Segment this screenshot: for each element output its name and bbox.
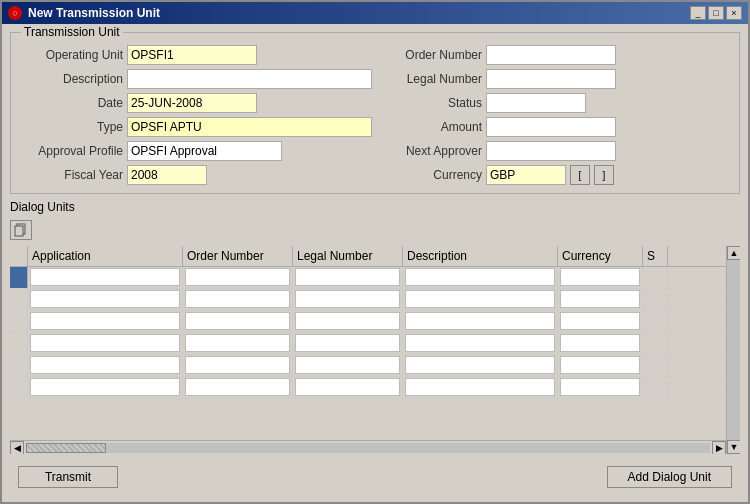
description-input[interactable]: [127, 69, 372, 89]
input-desc-5[interactable]: [405, 356, 555, 374]
input-app-3[interactable]: [30, 312, 180, 330]
minimize-button[interactable]: _: [690, 6, 706, 20]
scroll-thumb[interactable]: [26, 443, 106, 453]
currency-left-bracket-button[interactable]: [: [570, 165, 590, 185]
amount-label: Amount: [392, 120, 482, 134]
input-desc-1[interactable]: [405, 268, 555, 286]
amount-input[interactable]: [486, 117, 616, 137]
cell-s-6: [643, 377, 668, 398]
transmit-button[interactable]: Transmit: [18, 466, 118, 488]
row-selector-2[interactable]: [10, 289, 28, 310]
scroll-vertical-track[interactable]: [727, 260, 740, 440]
window-title: New Transmission Unit: [28, 6, 160, 20]
date-label: Date: [23, 96, 123, 110]
input-desc-6[interactable]: [405, 378, 555, 396]
table-body: [10, 267, 726, 440]
input-curr-6[interactable]: [560, 378, 640, 396]
input-order-1[interactable]: [185, 268, 290, 286]
toolbar-copy-button[interactable]: [10, 220, 32, 240]
operating-unit-input[interactable]: [127, 45, 257, 65]
cell-curr-2: [558, 289, 643, 310]
close-button[interactable]: ×: [726, 6, 742, 20]
input-legal-1[interactable]: [295, 268, 400, 286]
scroll-right-button[interactable]: ▶: [712, 441, 726, 455]
cell-order-4: [183, 333, 293, 354]
currency-label: Currency: [392, 168, 482, 182]
input-legal-2[interactable]: [295, 290, 400, 308]
scroll-down-button[interactable]: ▼: [727, 440, 740, 454]
status-label: Status: [392, 96, 482, 110]
input-app-6[interactable]: [30, 378, 180, 396]
input-app-5[interactable]: [30, 356, 180, 374]
table-row: [10, 289, 726, 311]
maximize-button[interactable]: □: [708, 6, 724, 20]
toolbar-row: [10, 218, 740, 242]
type-input[interactable]: [127, 117, 372, 137]
order-number-input[interactable]: [486, 45, 616, 65]
date-input[interactable]: [127, 93, 257, 113]
input-legal-6[interactable]: [295, 378, 400, 396]
input-order-3[interactable]: [185, 312, 290, 330]
input-curr-3[interactable]: [560, 312, 640, 330]
copy-icon: [14, 223, 28, 237]
cell-order-6: [183, 377, 293, 398]
cell-order-2: [183, 289, 293, 310]
title-bar-controls: _ □ ×: [690, 6, 742, 20]
input-curr-5[interactable]: [560, 356, 640, 374]
legal-number-input[interactable]: [486, 69, 616, 89]
row-selector-6[interactable]: [10, 377, 28, 398]
input-order-5[interactable]: [185, 356, 290, 374]
cell-curr-1: [558, 267, 643, 288]
cell-app-1: [28, 267, 183, 288]
cell-app-3: [28, 311, 183, 332]
row-selector-5[interactable]: [10, 355, 28, 376]
input-desc-3[interactable]: [405, 312, 555, 330]
currency-input[interactable]: [486, 165, 566, 185]
cell-s-2: [643, 289, 668, 310]
main-window: ○ New Transmission Unit _ □ × Transmissi…: [0, 0, 750, 504]
currency-right-bracket-button[interactable]: ]: [594, 165, 614, 185]
table-row: [10, 311, 726, 333]
scroll-track[interactable]: [26, 443, 710, 453]
cell-legal-2: [293, 289, 403, 310]
input-desc-4[interactable]: [405, 334, 555, 352]
input-curr-4[interactable]: [560, 334, 640, 352]
table-main: Application Order Number Legal Number De…: [10, 246, 726, 454]
row-selector-1[interactable]: [10, 267, 28, 288]
input-legal-5[interactable]: [295, 356, 400, 374]
input-desc-2[interactable]: [405, 290, 555, 308]
input-curr-2[interactable]: [560, 290, 640, 308]
dialog-units-section: Dialog Units Application Order Number: [10, 200, 740, 454]
input-order-2[interactable]: [185, 290, 290, 308]
input-order-4[interactable]: [185, 334, 290, 352]
row-selector-4[interactable]: [10, 333, 28, 354]
input-legal-4[interactable]: [295, 334, 400, 352]
input-order-6[interactable]: [185, 378, 290, 396]
next-approver-input[interactable]: [486, 141, 616, 161]
input-legal-3[interactable]: [295, 312, 400, 330]
input-app-2[interactable]: [30, 290, 180, 308]
input-app-4[interactable]: [30, 334, 180, 352]
form-grid: Operating Unit Description Date Type: [23, 45, 727, 185]
currency-row: Currency [ ]: [392, 165, 727, 185]
add-dialog-unit-button[interactable]: Add Dialog Unit: [607, 466, 732, 488]
scroll-up-button[interactable]: ▲: [727, 246, 740, 260]
input-app-1[interactable]: [30, 268, 180, 286]
row-selector-3[interactable]: [10, 311, 28, 332]
title-bar: ○ New Transmission Unit _ □ ×: [2, 2, 748, 24]
status-input[interactable]: [486, 93, 586, 113]
fiscal-year-input[interactable]: [127, 165, 207, 185]
col-header-currency: Currency: [558, 246, 643, 266]
row-selector-header: [10, 246, 28, 266]
cell-legal-5: [293, 355, 403, 376]
scroll-left-button[interactable]: ◀: [10, 441, 24, 455]
left-column: Operating Unit Description Date Type: [23, 45, 372, 185]
col-header-description: Description: [403, 246, 558, 266]
col-header-order-number: Order Number: [183, 246, 293, 266]
input-curr-1[interactable]: [560, 268, 640, 286]
table-with-scrollbar: Application Order Number Legal Number De…: [10, 246, 740, 454]
cell-order-1: [183, 267, 293, 288]
approval-profile-input[interactable]: [127, 141, 282, 161]
cell-desc-1: [403, 267, 558, 288]
approval-profile-row: Approval Profile: [23, 141, 372, 161]
